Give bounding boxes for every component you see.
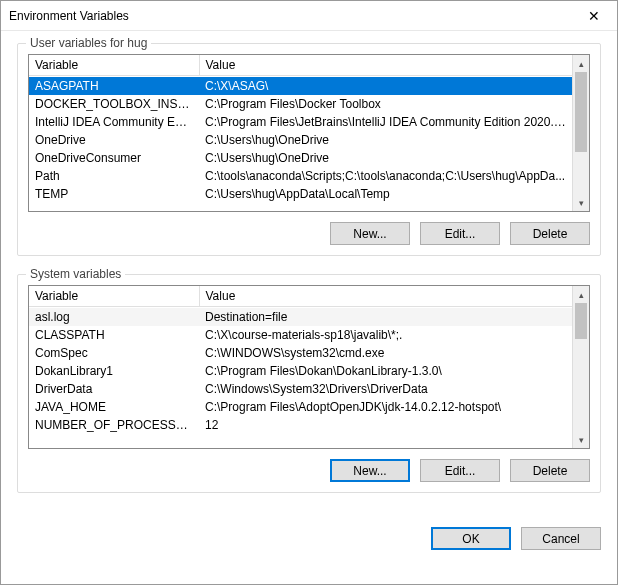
scroll-thumb[interactable]	[575, 303, 587, 339]
cell-val: C:\Windows\System32\Drivers\DriverData	[199, 380, 572, 398]
scroll-down-icon[interactable]: ▾	[573, 194, 589, 211]
dialog-footer: OK Cancel	[1, 521, 617, 560]
cell-var: JAVA_HOME	[29, 398, 199, 416]
system-delete-button[interactable]: Delete	[510, 459, 590, 482]
user-variables-table[interactable]: Variable Value ASAGPATH C:\X\ASAG\	[28, 54, 590, 212]
user-col-value[interactable]: Value	[199, 55, 572, 76]
cell-val: C:\tools\anaconda\Scripts;C:\tools\anaco…	[199, 167, 572, 185]
cell-var: Path	[29, 167, 199, 185]
cell-val: C:\X\course-materials-sp18\javalib\*;.	[199, 326, 572, 344]
sys-col-value[interactable]: Value	[199, 286, 572, 307]
cell-val: C:\Users\hug\OneDrive	[199, 149, 572, 167]
user-new-button[interactable]: New...	[330, 222, 410, 245]
cell-var: IntelliJ IDEA Community Edit...	[29, 113, 199, 131]
cancel-button[interactable]: Cancel	[521, 527, 601, 550]
close-button[interactable]: ✕	[571, 1, 617, 31]
window-title: Environment Variables	[9, 9, 129, 23]
cell-var: ASAGPATH	[29, 77, 199, 95]
scroll-up-icon[interactable]: ▴	[573, 55, 589, 72]
table-row[interactable]: TEMP C:\Users\hug\AppData\Local\Temp	[29, 185, 572, 203]
cell-var: CLASSPATH	[29, 326, 199, 344]
user-button-row: New... Edit... Delete	[28, 222, 590, 245]
scroll-down-icon[interactable]: ▾	[573, 431, 589, 448]
system-variables-fieldset: System variables Variable Value	[17, 274, 601, 493]
ok-button[interactable]: OK	[431, 527, 511, 550]
table-row[interactable]: DokanLibrary1 C:\Program Files\Dokan\Dok…	[29, 362, 572, 380]
table-row[interactable]: ComSpec C:\WINDOWS\system32\cmd.exe	[29, 344, 572, 362]
cell-var: ComSpec	[29, 344, 199, 362]
system-button-row: New... Edit... Delete	[28, 459, 590, 482]
cell-val: C:\Program Files\Docker Toolbox	[199, 95, 572, 113]
cell-var: NUMBER_OF_PROCESSORS	[29, 416, 199, 434]
cell-var: OneDriveConsumer	[29, 149, 199, 167]
scrollbar[interactable]: ▴ ▾	[572, 55, 589, 211]
cell-var: DokanLibrary1	[29, 362, 199, 380]
system-new-button[interactable]: New...	[330, 459, 410, 482]
system-variables-label: System variables	[26, 267, 125, 281]
table-row[interactable]: JAVA_HOME C:\Program Files\AdoptOpenJDK\…	[29, 398, 572, 416]
user-variables-fieldset: User variables for hug Variable Value	[17, 43, 601, 256]
user-delete-button[interactable]: Delete	[510, 222, 590, 245]
scrollbar[interactable]: ▴ ▾	[572, 286, 589, 448]
table-row[interactable]: NUMBER_OF_PROCESSORS 12	[29, 416, 572, 434]
cell-val: Destination=file	[199, 308, 572, 326]
table-row[interactable]: DOCKER_TOOLBOX_INSTALL... C:\Program Fil…	[29, 95, 572, 113]
table-row[interactable]: OneDriveConsumer C:\Users\hug\OneDrive	[29, 149, 572, 167]
system-edit-button[interactable]: Edit...	[420, 459, 500, 482]
table-row[interactable]: DriverData C:\Windows\System32\Drivers\D…	[29, 380, 572, 398]
cell-val: C:\X\ASAG\	[199, 77, 572, 95]
cell-val: C:\Users\hug\AppData\Local\Temp	[199, 185, 572, 203]
cell-val: C:\WINDOWS\system32\cmd.exe	[199, 344, 572, 362]
table-row[interactable]: asl.log Destination=file	[29, 308, 572, 326]
system-variables-table[interactable]: Variable Value asl.log Destination=file	[28, 285, 590, 449]
cell-val: C:\Program Files\Dokan\DokanLibrary-1.3.…	[199, 362, 572, 380]
table-row[interactable]: CLASSPATH C:\X\course-materials-sp18\jav…	[29, 326, 572, 344]
content-area: User variables for hug Variable Value	[1, 31, 617, 521]
titlebar: Environment Variables ✕	[1, 1, 617, 31]
table-row[interactable]: OneDrive C:\Users\hug\OneDrive	[29, 131, 572, 149]
cell-val: C:\Users\hug\OneDrive	[199, 131, 572, 149]
scroll-up-icon[interactable]: ▴	[573, 286, 589, 303]
sys-col-variable[interactable]: Variable	[29, 286, 199, 307]
cell-val: C:\Program Files\JetBrains\IntelliJ IDEA…	[199, 113, 572, 131]
cell-var: TEMP	[29, 185, 199, 203]
cell-val: 12	[199, 416, 572, 434]
table-row[interactable]: ASAGPATH C:\X\ASAG\	[29, 77, 572, 95]
cell-var: DOCKER_TOOLBOX_INSTALL...	[29, 95, 199, 113]
table-row[interactable]: Path C:\tools\anaconda\Scripts;C:\tools\…	[29, 167, 572, 185]
table-row[interactable]: IntelliJ IDEA Community Edit... C:\Progr…	[29, 113, 572, 131]
scroll-thumb[interactable]	[575, 72, 587, 152]
user-col-variable[interactable]: Variable	[29, 55, 199, 76]
cell-var: DriverData	[29, 380, 199, 398]
cell-val: C:\Program Files\AdoptOpenJDK\jdk-14.0.2…	[199, 398, 572, 416]
cell-var: OneDrive	[29, 131, 199, 149]
user-variables-label: User variables for hug	[26, 36, 151, 50]
user-edit-button[interactable]: Edit...	[420, 222, 500, 245]
cell-var: asl.log	[29, 308, 199, 326]
